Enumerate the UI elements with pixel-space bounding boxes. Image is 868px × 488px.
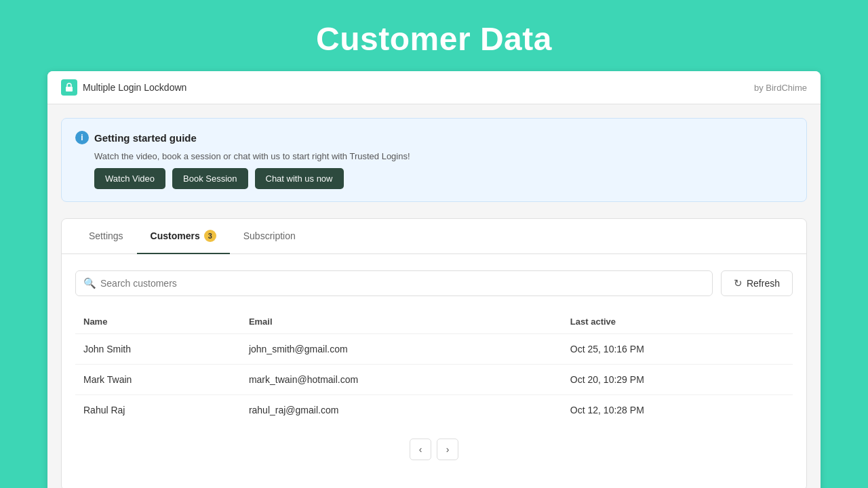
info-icon: i <box>75 131 89 144</box>
tab-customers[interactable]: Customers 3 <box>137 219 230 254</box>
col-name: Name <box>75 310 241 334</box>
cell-last-active: Oct 12, 10:28 PM <box>562 395 793 426</box>
next-page-button[interactable]: › <box>437 439 458 460</box>
refresh-icon: ↻ <box>734 277 743 289</box>
cell-name: Mark Twain <box>75 365 241 395</box>
app-by-label: by BirdChime <box>754 83 807 93</box>
search-input[interactable] <box>75 270 713 296</box>
getting-started-buttons: Watch Video Book Session Chat with us no… <box>94 168 793 189</box>
page-title: Customer Data <box>316 20 552 58</box>
cell-last-active: Oct 20, 10:29 PM <box>562 365 793 395</box>
getting-started-desc: Watch the video, book a session or chat … <box>94 151 793 161</box>
tab-settings[interactable]: Settings <box>75 219 137 254</box>
tabs: Settings Customers 3 Subscription <box>62 219 806 254</box>
book-session-button[interactable]: Book Session <box>172 168 248 189</box>
cell-email: rahul_raj@gmail.com <box>241 395 562 426</box>
app-icon <box>61 79 77 96</box>
cell-name: Rahul Raj <box>75 395 241 426</box>
tab-settings-label: Settings <box>89 230 123 241</box>
table-row: Mark Twain mark_twain@hotmail.com Oct 20… <box>75 365 793 395</box>
getting-started-title: Getting started guide <box>94 132 197 144</box>
chat-button[interactable]: Chat with us now <box>255 168 344 189</box>
table-body: John Smith john_smith@gmail.com Oct 25, … <box>75 334 793 426</box>
header-left: Multiple Login Lockdown <box>61 79 186 96</box>
getting-started-header: i Getting started guide <box>75 131 793 144</box>
cell-email: mark_twain@hotmail.com <box>241 365 562 395</box>
col-last-active: Last active <box>562 310 793 334</box>
table-row: John Smith john_smith@gmail.com Oct 25, … <box>75 334 793 365</box>
search-wrapper: 🔍 <box>75 270 713 296</box>
table-header: Name Email Last active <box>75 310 793 334</box>
app-header: Multiple Login Lockdown by BirdChime <box>47 71 821 104</box>
cell-last-active: Oct 25, 10:16 PM <box>562 334 793 365</box>
table-row: Rahul Raj rahul_raj@gmail.com Oct 12, 10… <box>75 395 793 426</box>
tab-subscription[interactable]: Subscription <box>230 219 309 254</box>
prev-page-button[interactable]: ‹ <box>410 439 431 460</box>
table-header-row: Name Email Last active <box>75 310 793 334</box>
svg-rect-0 <box>66 87 73 92</box>
tab-customers-label: Customers <box>151 230 200 241</box>
cell-email: john_smith@gmail.com <box>241 334 562 365</box>
tab-subscription-label: Subscription <box>243 230 296 241</box>
customers-table: Name Email Last active John Smith john_s… <box>75 310 793 425</box>
app-container: Multiple Login Lockdown by BirdChime i G… <box>47 71 821 488</box>
refresh-button[interactable]: ↻ Refresh <box>721 270 793 296</box>
col-email: Email <box>241 310 562 334</box>
main-card: Settings Customers 3 Subscription 🔍 <box>61 218 807 488</box>
customers-badge: 3 <box>204 230 216 242</box>
watch-video-button[interactable]: Watch Video <box>94 168 165 189</box>
tab-content: 🔍 ↻ Refresh Name Email Last active <box>62 254 806 488</box>
search-icon: 🔍 <box>83 277 96 289</box>
cell-name: John Smith <box>75 334 241 365</box>
app-body: i Getting started guide Watch the video,… <box>47 104 821 488</box>
app-name: Multiple Login Lockdown <box>83 82 186 93</box>
pagination: ‹ › <box>75 425 793 474</box>
getting-started-card: i Getting started guide Watch the video,… <box>61 118 807 202</box>
refresh-label: Refresh <box>747 278 780 289</box>
search-refresh-row: 🔍 ↻ Refresh <box>75 270 793 296</box>
